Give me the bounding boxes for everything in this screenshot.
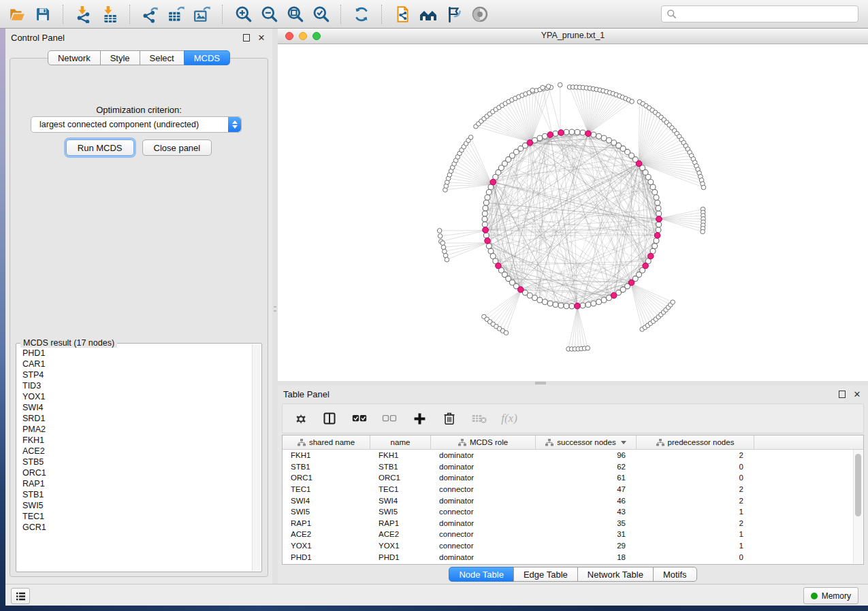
table-row[interactable]: FKH1FKH1dominator962 [283,450,863,461]
network-node[interactable] [486,189,492,195]
tab-network[interactable]: Network [48,50,101,65]
run-mcds-button[interactable]: Run MCDS [66,139,134,156]
tab-mcds[interactable]: MCDS [184,50,230,65]
export-table-icon[interactable] [165,3,188,26]
network-dominator-node[interactable] [575,303,581,309]
list-item[interactable]: SWI5 [17,500,253,511]
network-dominator-node[interactable] [490,179,496,185]
network-node[interactable] [591,301,596,306]
network-node[interactable] [650,184,656,190]
new-network-from-selection-icon[interactable] [391,3,414,26]
network-node[interactable] [553,131,558,136]
network-node[interactable] [591,132,596,137]
column-header-shared-name[interactable]: shared name [283,435,370,449]
network-node[interactable] [656,222,662,227]
network-dominator-node[interactable] [585,131,592,137]
network-satellite-node[interactable] [558,83,562,88]
list-item[interactable]: FKH1 [17,435,253,446]
network-node[interactable] [482,211,487,216]
import-network-icon[interactable] [72,3,95,26]
network-node[interactable] [654,195,659,200]
list-item[interactable]: STB1 [17,489,253,500]
network-node[interactable] [575,129,580,135]
network-dominator-node[interactable] [485,238,491,244]
network-satellite-node[interactable] [440,241,445,246]
network-dominator-node[interactable] [547,132,553,138]
network-satellite-node[interactable] [441,245,446,250]
network-satellite-node[interactable] [585,346,590,350]
houses-icon[interactable] [417,3,440,26]
list-item[interactable]: YOX1 [17,391,253,402]
network-node[interactable] [564,303,569,309]
table-row[interactable]: YOX1YOX1connector291 [283,540,863,552]
network-node[interactable] [553,302,558,308]
network-node[interactable] [564,129,569,135]
tab-network-table[interactable]: Network Table [577,567,654,582]
network-satellite-node[interactable] [468,135,473,140]
table-row[interactable]: SWI4SWI4dominator462 [283,495,863,506]
network-node[interactable] [558,303,564,308]
gear-icon[interactable] [292,410,307,427]
tab-select[interactable]: Select [140,50,184,65]
column-split-icon[interactable] [322,410,337,427]
network-satellite-node[interactable] [504,331,509,335]
float-panel-icon[interactable] [241,32,252,43]
select-all-icon[interactable] [352,410,367,427]
tab-style[interactable]: Style [100,50,140,65]
network-canvas[interactable] [278,44,868,382]
flag-icon[interactable] [443,3,466,26]
column-header-predecessor-nodes[interactable]: predecessor nodes [637,435,754,449]
table-scrollbar-thumb[interactable] [855,454,861,516]
network-dominator-node[interactable] [648,253,654,259]
network-satellite-node[interactable] [701,229,705,234]
network-dominator-node[interactable] [496,263,502,269]
save-session-icon[interactable] [31,3,54,26]
network-dominator-node[interactable] [611,293,617,299]
network-title-bar[interactable]: YPA_prune.txt_1 [278,29,868,44]
network-dominator-node[interactable] [636,161,642,167]
function-icon[interactable]: f(x) [502,410,517,427]
column-header-name[interactable]: name [370,435,431,449]
list-item[interactable]: PMA2 [17,424,253,435]
add-icon[interactable] [412,410,427,427]
export-image-icon[interactable] [191,3,214,26]
zoom-fit-icon[interactable] [283,3,306,26]
network-node[interactable] [482,216,487,222]
task-history-button[interactable] [11,588,30,604]
network-satellite-node[interactable] [630,99,634,104]
column-header-successor-nodes[interactable]: successor nodes [536,435,637,449]
tab-edge-table[interactable]: Edge Table [513,567,578,582]
mcds-list-scrollbar[interactable] [252,344,261,571]
list-item[interactable]: STB5 [17,457,253,467]
network-node[interactable] [652,244,658,249]
network-satellite-node[interactable] [445,257,449,262]
memory-button[interactable]: Memory [803,587,858,604]
close-table-panel-icon[interactable]: ✕ [852,389,863,399]
network-node[interactable] [483,205,488,211]
zoom-out-icon[interactable] [257,3,280,26]
network-satellite-node[interactable] [541,85,545,90]
network-node[interactable] [585,302,591,308]
refresh-layout-icon[interactable] [350,3,373,26]
network-node[interactable] [601,297,607,303]
table-row[interactable]: ORC1ORC1dominator610 [283,472,863,484]
list-item[interactable]: SRD1 [17,413,253,424]
network-node[interactable] [601,135,607,141]
network-node[interactable] [537,297,543,303]
network-node[interactable] [656,205,661,211]
network-node[interactable] [596,133,602,139]
network-satellite-node[interactable] [530,88,535,93]
tab-node-table[interactable]: Node Table [449,567,514,582]
network-node[interactable] [607,137,612,143]
close-panel-icon[interactable]: ✕ [256,32,267,43]
network-dominator-node[interactable] [643,263,649,269]
network-node[interactable] [656,227,661,233]
network-dominator-node[interactable] [527,140,533,146]
network-node[interactable] [483,233,489,238]
network-dominator-node[interactable] [518,286,524,293]
network-node[interactable] [532,295,538,301]
delete-icon[interactable] [442,410,457,427]
network-node[interactable] [482,222,487,227]
list-item[interactable]: SWI4 [17,402,253,413]
network-satellite-node[interactable] [437,229,442,233]
